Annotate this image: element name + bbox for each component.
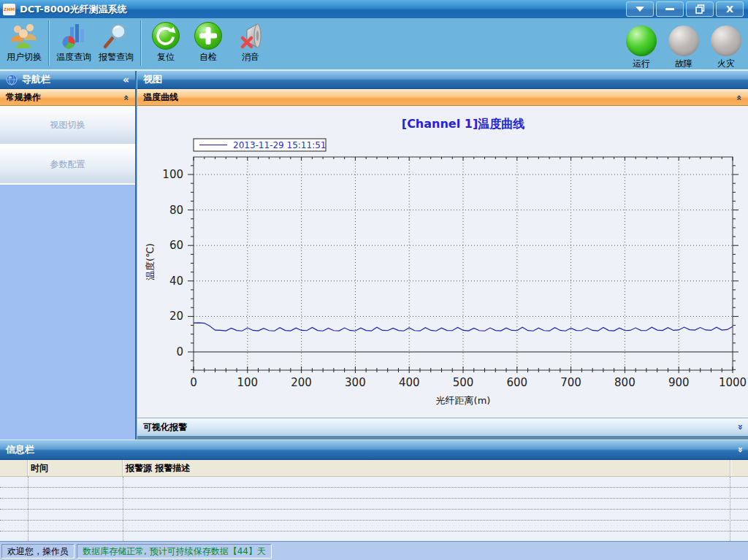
chevron-down-icon[interactable]: « — [737, 445, 742, 456]
alarm-table-col-extra — [730, 460, 748, 476]
temperature-query-label: 温度查询 — [56, 51, 91, 64]
magnifier-icon — [101, 21, 131, 50]
close-icon: X — [726, 4, 733, 15]
visual-alarm-bar[interactable]: 可视化报警 « — [137, 418, 748, 437]
svg-text:300: 300 — [345, 376, 366, 389]
table-column-divider — [123, 477, 123, 541]
app-window: ZHM DCT-8000光纤测温系统 X — [0, 0, 748, 560]
parameter-config-label: 参数配置 — [50, 158, 85, 171]
temperature-curve-header[interactable]: 温度曲线 « — [137, 89, 748, 106]
svg-text:[Channel 1]温度曲线: [Channel 1]温度曲线 — [402, 117, 524, 131]
view-switch-label: 视图切换 — [50, 119, 85, 131]
svg-text:40: 40 — [169, 275, 183, 288]
user-switch-button[interactable]: 用户切换 — [3, 21, 45, 64]
running-indicator-icon — [626, 26, 657, 56]
svg-text:0: 0 — [190, 376, 197, 389]
mute-speaker-icon — [235, 21, 266, 50]
table-row — [0, 499, 748, 510]
self-test-plus-icon — [193, 21, 224, 50]
table-row — [0, 521, 748, 532]
alarm-query-label: 报警查询 — [99, 51, 134, 64]
sidebar-item-view-switch[interactable]: 视图切换 — [0, 106, 135, 145]
view-panel-title: 视图 — [143, 73, 162, 86]
view-panel: 视图 温度曲线 « [Channel 1]温度曲线020406080100010… — [137, 71, 748, 440]
fire-label: 火灾 — [717, 58, 735, 70]
toolbar-separator — [48, 20, 50, 66]
table-column-divider — [730, 477, 730, 541]
status-light-running: 运行 — [624, 26, 659, 70]
alarm-table-body[interactable] — [0, 477, 748, 541]
sidebar-item-parameter-config[interactable]: 参数配置 — [0, 145, 135, 185]
chevron-down-icon: « — [737, 422, 742, 433]
common-operations-label: 常规操作 — [6, 91, 41, 104]
view-panel-header: 视图 — [137, 71, 748, 89]
menu-dropdown-button[interactable] — [626, 1, 654, 17]
table-row — [0, 488, 748, 499]
restore-button[interactable] — [686, 1, 714, 17]
alarm-table-header: 时间 报警源 报警描述 — [0, 460, 748, 477]
restore-icon — [695, 4, 705, 14]
alarm-query-button[interactable]: 报警查询 — [95, 21, 137, 64]
svg-text:1000: 1000 — [719, 376, 747, 389]
alarm-table-col-source-description: 报警源 报警描述 — [123, 460, 730, 476]
common-operations-header[interactable]: 常规操作 « — [0, 89, 135, 106]
temperature-query-button[interactable]: 温度查询 — [53, 21, 95, 64]
info-panel-header: 信息栏 « — [0, 440, 748, 460]
sidebar-header: 导航栏 « — [0, 71, 135, 89]
svg-text:100: 100 — [162, 168, 183, 181]
table-column-divider — [28, 477, 28, 541]
svg-text:0: 0 — [176, 345, 183, 358]
svg-text:80: 80 — [169, 204, 183, 217]
globe-icon — [6, 74, 18, 85]
svg-text:60: 60 — [169, 239, 183, 252]
database-status: 数据库存储正常, 预计可持续保存数据【44】天 — [77, 544, 272, 559]
status-light-fault: 故障 — [666, 26, 701, 70]
visual-alarm-label: 可视化报警 — [143, 421, 187, 434]
alarm-table-col-indicator — [0, 460, 28, 476]
mute-label: 消音 — [242, 51, 259, 64]
table-row — [0, 477, 748, 488]
main-toolbar: 用户切换 温度查询 — [0, 18, 748, 71]
title-bar: ZHM DCT-8000光纤测温系统 X — [0, 0, 748, 18]
status-light-group: 运行 故障 火灾 — [624, 20, 744, 70]
chevron-up-icon: « — [124, 92, 129, 103]
status-light-fire: 火灾 — [709, 26, 744, 70]
table-row — [0, 532, 748, 541]
self-test-button[interactable]: 自检 — [187, 21, 229, 64]
temperature-chart: [Channel 1]温度曲线0204060801000100200300400… — [137, 106, 748, 418]
welcome-status: 欢迎您，操作员 — [1, 544, 75, 559]
app-logo-icon: ZHM — [3, 4, 15, 15]
table-row — [0, 510, 748, 521]
svg-text:400: 400 — [399, 376, 420, 389]
dropdown-triangle-icon — [636, 7, 644, 12]
close-button[interactable]: X — [716, 1, 744, 17]
sidebar-title: 导航栏 — [22, 73, 50, 86]
self-test-label: 自检 — [199, 51, 217, 64]
svg-text:900: 900 — [668, 376, 690, 389]
svg-text:光纤距离(m): 光纤距离(m) — [436, 395, 491, 406]
minimize-button[interactable] — [656, 1, 684, 17]
temperature-curve-plot: [Channel 1]温度曲线0204060801000100200300400… — [137, 106, 748, 418]
reset-label: 复位 — [157, 51, 175, 64]
svg-text:2013-11-29 15:11:51: 2013-11-29 15:11:51 — [233, 140, 326, 150]
info-panel-title: 信息栏 — [6, 443, 34, 456]
sidebar-collapse-icon[interactable]: « — [123, 74, 129, 85]
running-label: 运行 — [633, 58, 650, 70]
temperature-curve-label: 温度曲线 — [143, 91, 178, 104]
svg-text:20: 20 — [169, 310, 183, 323]
content-area: 导航栏 « 常规操作 « 视图切换 参数配置 视图 温度曲线 « — [0, 71, 748, 440]
mute-button[interactable]: 消音 — [229, 21, 272, 64]
alarm-table-col-time: 时间 — [28, 460, 123, 476]
window-title: DCT-8000光纤测温系统 — [20, 3, 127, 16]
svg-text:800: 800 — [614, 376, 636, 389]
chart-icon — [58, 21, 89, 50]
info-panel: 信息栏 « 时间 报警源 报警描述 — [0, 440, 748, 541]
reset-button[interactable]: 复位 — [145, 21, 187, 64]
svg-text:700: 700 — [560, 376, 581, 389]
fault-label: 故障 — [675, 58, 692, 70]
svg-text:200: 200 — [291, 376, 312, 389]
svg-text:温度(℃): 温度(℃) — [145, 243, 156, 280]
svg-text:600: 600 — [506, 376, 527, 389]
window-controls: X — [626, 1, 745, 17]
chevron-up-icon: « — [737, 92, 742, 103]
